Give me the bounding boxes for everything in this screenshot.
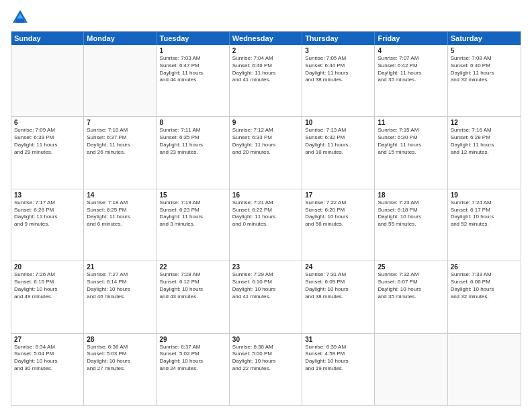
cell-line: Daylight: 10 hours [378,214,444,221]
cell-line: Sunrise: 7:33 AM [451,271,518,279]
cell-line: and 29 minutes. [14,149,81,156]
cal-header-monday: Monday [84,32,157,45]
day-number: 15 [160,191,226,199]
cell-line: and 46 minutes. [87,293,153,301]
cell-line: and 15 minutes. [378,149,444,156]
cal-cell: 29Sunrise: 6:37 AMSunset: 5:02 PMDayligh… [157,334,230,405]
cal-cell [11,45,84,116]
cal-cell: 28Sunrise: 6:36 AMSunset: 5:03 PMDayligh… [84,334,157,405]
cell-line: Sunrise: 7:32 AM [378,271,444,279]
calendar: SundayMondayTuesdayWednesdayThursdayFrid… [11,31,521,406]
cell-line: Sunrise: 7:16 AM [451,127,518,134]
cell-line: Sunrise: 7:11 AM [160,127,226,134]
cell-line: and 38 minutes. [305,293,371,301]
cell-line: Sunrise: 7:22 AM [305,199,371,207]
cell-line: Daylight: 11 hours [232,214,299,221]
cell-line: Daylight: 11 hours [451,142,518,149]
cell-line: and 0 minutes. [232,221,299,228]
cell-line: and 58 minutes. [305,221,371,228]
cal-cell: 31Sunrise: 6:39 AMSunset: 4:59 PMDayligh… [302,334,375,405]
day-number: 5 [451,47,518,54]
cell-line: Sunset: 6:25 PM [87,207,153,214]
cal-header-thursday: Thursday [302,32,375,45]
calendar-body: 1Sunrise: 7:03 AMSunset: 6:47 PMDaylight… [11,45,521,405]
day-number: 21 [87,263,153,271]
cal-week-5: 27Sunrise: 6:34 AMSunset: 5:04 PMDayligh… [11,333,521,405]
cell-line: Daylight: 11 hours [378,142,444,149]
cell-line: Daylight: 10 hours [160,358,226,365]
day-number: 18 [378,191,444,199]
cell-line: Sunrise: 7:24 AM [451,199,518,207]
day-number: 28 [87,336,153,343]
cell-line: Daylight: 11 hours [87,214,153,221]
cell-line: Sunrise: 7:12 AM [232,127,299,134]
cell-line: and 12 minutes. [451,149,518,156]
cell-line: Daylight: 10 hours [378,286,444,293]
cell-line: Daylight: 11 hours [305,142,371,149]
cal-cell: 9Sunrise: 7:12 AMSunset: 6:33 PMDaylight… [230,117,302,188]
cal-cell: 10Sunrise: 7:13 AMSunset: 6:32 PMDayligh… [302,117,375,188]
cell-line: Sunset: 6:20 PM [305,207,371,214]
cell-line: Sunset: 6:17 PM [451,207,518,214]
day-number: 12 [451,119,518,126]
day-number: 17 [305,191,371,199]
cell-line: Daylight: 10 hours [160,286,226,293]
cell-line: Daylight: 11 hours [160,142,226,149]
cal-cell: 4Sunrise: 7:07 AMSunset: 6:42 PMDaylight… [375,45,447,116]
day-number: 10 [305,119,371,126]
cell-line: and 41 minutes. [232,293,299,301]
cell-line: Sunrise: 6:37 AM [160,344,226,351]
cal-header-sunday: Sunday [11,32,84,45]
cell-line: Sunrise: 7:15 AM [378,127,444,134]
cell-line: Sunset: 6:44 PM [305,62,371,70]
cell-line: and 20 minutes. [232,149,299,156]
cal-header-tuesday: Tuesday [157,32,230,45]
logo-icon [11,8,30,27]
cell-line: Sunrise: 7:09 AM [14,127,81,134]
cal-header-saturday: Saturday [448,32,521,45]
cell-line: and 55 minutes. [378,221,444,228]
cell-line: Sunrise: 7:21 AM [232,199,299,207]
cell-line: Daylight: 10 hours [14,286,81,293]
cal-cell: 24Sunrise: 7:31 AMSunset: 6:09 PMDayligh… [302,261,375,332]
cell-line: and 35 minutes. [378,293,444,301]
cal-week-2: 6Sunrise: 7:09 AMSunset: 6:39 PMDaylight… [11,116,521,188]
cell-line: Sunset: 6:37 PM [87,134,153,142]
cell-line: Daylight: 10 hours [305,286,371,293]
cell-line: Sunrise: 6:38 AM [232,344,299,351]
cal-cell: 17Sunrise: 7:22 AMSunset: 6:20 PMDayligh… [302,189,375,261]
cell-line: Daylight: 11 hours [160,214,226,221]
cell-line: Sunset: 6:10 PM [232,279,299,286]
cell-line: Sunset: 6:32 PM [305,134,371,142]
cell-line: Sunset: 6:12 PM [160,279,226,286]
cell-line: and 41 minutes. [232,77,299,84]
day-number: 20 [14,263,81,271]
calendar-header-row: SundayMondayTuesdayWednesdayThursdayFrid… [11,32,521,45]
cell-line: Sunrise: 7:05 AM [305,55,371,62]
cell-line: Sunrise: 7:03 AM [160,55,226,62]
cell-line: Sunrise: 7:10 AM [87,127,153,134]
cell-line: Sunset: 6:26 PM [14,207,81,214]
cell-line: Daylight: 10 hours [451,214,518,221]
day-number: 29 [160,336,226,343]
cell-line: Daylight: 11 hours [451,70,518,77]
cal-cell: 18Sunrise: 7:23 AMSunset: 6:18 PMDayligh… [375,189,447,261]
cal-cell: 23Sunrise: 7:29 AMSunset: 6:10 PMDayligh… [230,261,302,332]
cal-header-wednesday: Wednesday [230,32,302,45]
cell-line: Sunset: 4:59 PM [305,351,371,358]
cal-cell: 12Sunrise: 7:16 AMSunset: 6:28 PMDayligh… [448,117,521,188]
cell-line: and 44 minutes. [160,77,226,84]
cell-line: and 49 minutes. [14,293,81,301]
cal-cell: 14Sunrise: 7:18 AMSunset: 6:25 PMDayligh… [84,189,157,261]
cell-line: and 38 minutes. [305,77,371,84]
cell-line: Sunrise: 7:26 AM [14,271,81,279]
cal-cell: 30Sunrise: 6:38 AMSunset: 5:00 PMDayligh… [230,334,302,405]
cell-line: Daylight: 10 hours [305,358,371,365]
page: SundayMondayTuesdayWednesdayThursdayFrid… [0,0,532,411]
cal-cell: 19Sunrise: 7:24 AMSunset: 6:17 PMDayligh… [448,189,521,261]
cal-cell: 2Sunrise: 7:04 AMSunset: 6:46 PMDaylight… [230,45,302,116]
cell-line: Sunrise: 7:04 AM [232,55,299,62]
logo [11,8,32,27]
cal-cell: 3Sunrise: 7:05 AMSunset: 6:44 PMDaylight… [302,45,375,116]
cell-line: and 35 minutes. [378,77,444,84]
